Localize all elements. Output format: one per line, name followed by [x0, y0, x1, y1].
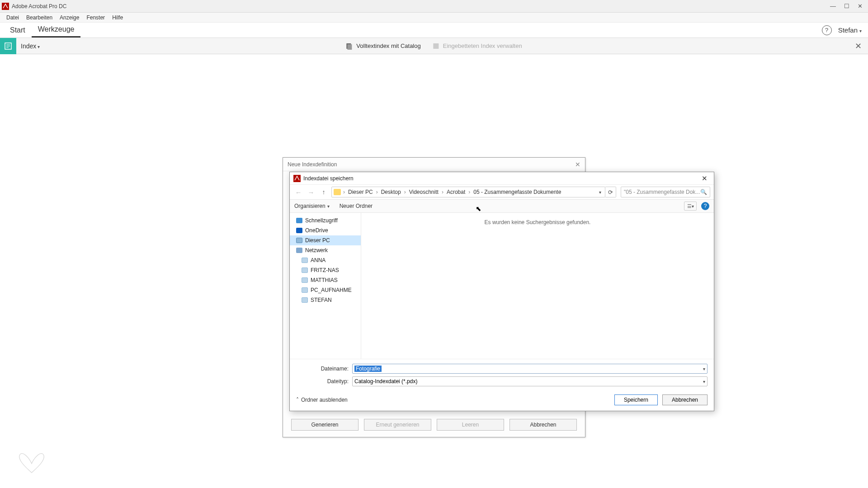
host-icon [302, 267, 308, 273]
tab-werkzeuge[interactable]: Werkzeuge [32, 23, 81, 38]
tree-item-host[interactable]: PC_AUFNAHME [290, 285, 361, 295]
save-button[interactable]: Speichern [614, 394, 658, 405]
network-icon [296, 248, 302, 253]
chevron-down-icon[interactable] [703, 366, 705, 371]
tool-strip: Index Volltextindex mit Catalog Eingebet… [0, 38, 868, 54]
search-input[interactable]: "05 - Zusammengefasste Dok... 🔍 [621, 187, 710, 197]
window-title: Adobe Acrobat Pro DC [12, 3, 66, 9]
host-icon [302, 258, 308, 263]
svg-rect-6 [347, 44, 352, 50]
menu-anzeige[interactable]: Anzeige [56, 14, 83, 22]
breadcrumb[interactable]: 05 - Zusammengefasste Dokumente [472, 188, 563, 196]
embedded-index-icon [433, 42, 440, 50]
cancel-button[interactable]: Abbrechen [509, 419, 577, 431]
tree-item-label: OneDrive [305, 227, 328, 234]
host-icon [302, 277, 308, 283]
empty-message: Es wurden keine Suchergebnisse gefunden. [485, 219, 591, 225]
tab-start[interactable]: Start [4, 23, 32, 37]
chevron-down-icon [692, 203, 694, 209]
tree-item-host[interactable]: ANNA [290, 255, 361, 265]
filename-value: Fotografie [354, 366, 382, 372]
folder-tree: Schnellzugriff OneDrive Dieser PC Netzwe… [290, 213, 361, 359]
tree-item-label: MATTHIAS [311, 277, 338, 283]
menu-bearbeiten[interactable]: Bearbeiten [23, 14, 56, 22]
filetype-select[interactable]: Catalog-Indexdatei (*.pdx) [352, 376, 708, 386]
address-bar[interactable]: › Dieser PC› Desktop› Videoschnitt› Acro… [331, 187, 605, 197]
refresh-icon[interactable]: ⟳ [605, 187, 616, 197]
tree-item-label: STEFAN [311, 297, 332, 303]
menu-datei[interactable]: Datei [3, 14, 23, 22]
app-tabs: Start Werkzeuge ? Stefan [0, 23, 868, 38]
tree-item-network[interactable]: Netzwerk [290, 245, 361, 255]
tree-item-host[interactable]: FRITZ-NAS [290, 265, 361, 275]
tree-item-label: Dieser PC [305, 237, 330, 244]
menu-hilfe[interactable]: Hilfe [108, 14, 127, 22]
host-icon [302, 287, 308, 293]
window-maximize-icon[interactable]: ☐ [844, 3, 849, 9]
quickaccess-icon [296, 218, 302, 223]
tree-item-thispc[interactable]: Dieser PC [290, 235, 361, 245]
hide-folders-toggle[interactable]: ˄ Ordner ausblenden [296, 397, 348, 403]
dialog-title: Neue Indexdefinition [288, 161, 337, 168]
chevron-down-icon [859, 26, 862, 34]
action-label: Volltextindex mit Catalog [356, 42, 420, 49]
nav-forward-icon: → [306, 187, 316, 197]
svg-rect-7 [434, 43, 439, 49]
breadcrumb[interactable]: Dieser PC [346, 188, 375, 196]
menu-fenster[interactable]: Fenster [83, 14, 108, 22]
chevron-down-icon [38, 42, 40, 50]
tree-item-label: Netzwerk [305, 247, 328, 253]
index-tool-icon [0, 38, 16, 54]
tree-item-quickaccess[interactable]: Schnellzugriff [290, 216, 361, 225]
action-label: Eingebetteten Index verwalten [443, 42, 522, 49]
tree-item-label: FRITZ-NAS [311, 267, 339, 273]
tree-item-onedrive[interactable]: OneDrive [290, 225, 361, 235]
cancel-button[interactable]: Abbrechen [662, 394, 708, 405]
onedrive-icon [296, 228, 302, 233]
butterfly-logo [15, 451, 48, 478]
new-folder-button[interactable]: Neuer Ordner [340, 203, 373, 209]
chevron-up-icon: ˄ [296, 397, 299, 403]
help-icon[interactable]: ? [701, 202, 709, 210]
chevron-down-icon [327, 203, 330, 209]
catalog-icon [346, 42, 353, 50]
user-menu[interactable]: Stefan [838, 26, 864, 34]
chevron-down-icon[interactable] [597, 189, 603, 195]
nav-back-icon: ← [293, 187, 303, 197]
action-fulltext-catalog[interactable]: Volltextindex mit Catalog [346, 42, 420, 50]
dialog-title: Indexdatei speichern [303, 175, 354, 182]
acrobat-app-icon [293, 175, 301, 182]
tree-item-label: Schnellzugriff [305, 217, 338, 224]
tree-item-host[interactable]: MATTHIAS [290, 275, 361, 285]
tree-item-host[interactable]: STEFAN [290, 295, 361, 305]
hide-folders-label: Ordner ausblenden [301, 397, 348, 403]
window-close-icon[interactable]: ✕ [858, 3, 863, 9]
window-titlebar: Adobe Acrobat Pro DC — ☐ ✕ [0, 0, 868, 13]
dialog-save-index-file: Indexdatei speichern ✕ ← → ↑ › Dieser PC… [289, 172, 714, 411]
organize-label: Organisieren [294, 203, 326, 209]
pc-icon [296, 238, 302, 243]
breadcrumb[interactable]: Desktop [379, 188, 403, 196]
search-placeholder: "05 - Zusammengefasste Dok... [624, 189, 700, 195]
close-icon[interactable]: ✕ [699, 174, 710, 183]
folder-icon [334, 189, 341, 195]
view-options-button[interactable]: ☰ [684, 202, 697, 211]
tool-name-dropdown[interactable]: Index [16, 42, 42, 50]
filename-input[interactable]: Fotografie [352, 364, 708, 374]
action-embedded-index: Eingebetteten Index verwalten [433, 42, 522, 50]
filetype-label: Dateityp: [296, 378, 349, 385]
window-minimize-icon[interactable]: — [830, 3, 836, 9]
user-name: Stefan [838, 26, 858, 34]
nav-up-icon[interactable]: ↑ [319, 187, 329, 197]
breadcrumb[interactable]: Acrobat [445, 188, 467, 196]
generate-button[interactable]: Generieren [291, 419, 359, 431]
close-tool-icon[interactable]: ✕ [849, 41, 868, 51]
filename-label: Dateiname: [296, 366, 349, 372]
help-icon[interactable]: ? [822, 25, 832, 35]
host-icon [302, 297, 308, 303]
organize-dropdown[interactable]: Organisieren [294, 203, 330, 209]
chevron-down-icon[interactable] [703, 379, 705, 384]
tree-item-label: PC_AUFNAHME [311, 287, 352, 293]
breadcrumb[interactable]: Videoschnitt [407, 188, 440, 196]
close-icon[interactable]: ✕ [575, 161, 580, 168]
